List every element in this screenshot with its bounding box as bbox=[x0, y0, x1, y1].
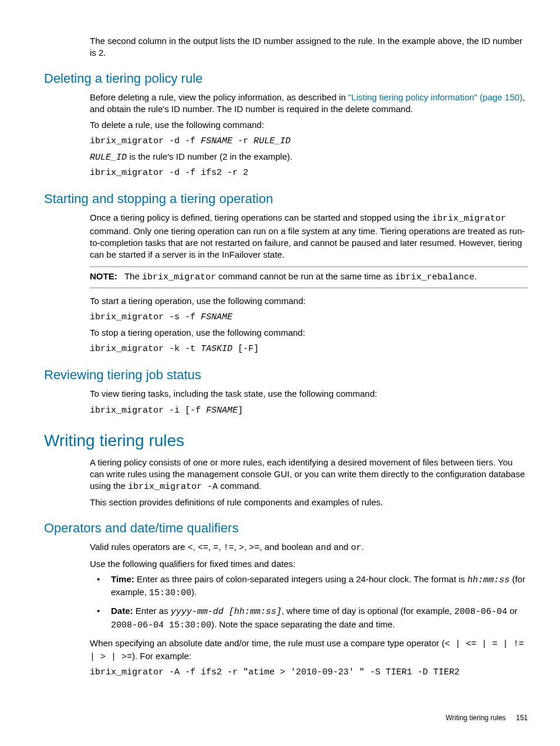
starting-p1: Once a tiering policy is defined, tierin… bbox=[90, 212, 528, 261]
text: When specifying an absolute date and/or … bbox=[90, 638, 445, 648]
text: , where time of day is optional (for exa… bbox=[282, 606, 454, 616]
heading-starting: Starting and stopping a tiering operatio… bbox=[44, 190, 528, 208]
deleting-p1: Before deleting a rule, view the policy … bbox=[90, 92, 528, 116]
code: -r bbox=[232, 136, 254, 146]
heading-writing: Writing tiering rules bbox=[44, 430, 528, 452]
code-arg: FSNAME bbox=[201, 312, 232, 322]
text: , and boolean bbox=[259, 542, 315, 552]
code: [-F] bbox=[232, 344, 259, 354]
starting-p2: To start a tiering operation, use the fo… bbox=[90, 295, 528, 307]
writing-p2: This section provides definitions of rul… bbox=[90, 497, 528, 508]
note-box: NOTE: The ibrix_migrator command cannot … bbox=[90, 266, 528, 288]
code: 15:30:00 bbox=[149, 588, 191, 598]
deleting-cmd1: ibrix_migrator -d -f FSNAME -r RULE_ID bbox=[90, 134, 528, 147]
label: Date: bbox=[111, 606, 133, 616]
code-arg: yyyy-mm-dd [hh:mm:ss] bbox=[171, 607, 282, 617]
code: and bbox=[315, 543, 331, 553]
text: Once a tiering policy is defined, tierin… bbox=[90, 212, 432, 222]
text: Enter as bbox=[133, 606, 171, 616]
starting-p3: To stop a tiering operation, use the fol… bbox=[90, 327, 528, 339]
code: > bbox=[239, 543, 244, 553]
operators-cmd1: ibrix_migrator -A -f ifs2 -r "atime > '2… bbox=[90, 667, 528, 679]
code: ibrix_migrator bbox=[432, 214, 506, 224]
intro-paragraph: The second column in the output lists th… bbox=[90, 35, 528, 59]
text: Before deleting a rule, view the policy … bbox=[90, 92, 348, 102]
code: ibrix_migrator -A bbox=[128, 482, 218, 492]
writing-p1: A tiering policy consists of one or more… bbox=[90, 457, 528, 494]
footer-page-number: 151 bbox=[516, 714, 528, 722]
code: 2008-06-04 bbox=[454, 607, 507, 617]
starting-cmd1: ibrix_migrator -s -f FSNAME bbox=[90, 310, 528, 323]
code: ] bbox=[238, 406, 243, 416]
heading-deleting: Deleting a tiering policy rule bbox=[44, 70, 528, 87]
text: ). For example: bbox=[132, 651, 191, 661]
deleting-p3: RULE_ID is the rule's ID number (2 in th… bbox=[90, 151, 528, 164]
footer-title: Writing tiering rules bbox=[446, 714, 505, 722]
list-item-time: Time: Enter as three pairs of colon-sepa… bbox=[90, 573, 528, 600]
text: , bbox=[208, 542, 213, 552]
qualifier-list: Time: Enter as three pairs of colon-sepa… bbox=[90, 573, 528, 632]
page-footer: Writing tiering rules 151 bbox=[446, 713, 528, 723]
text: , bbox=[234, 542, 239, 552]
code: ibrix_migrator -i [-f bbox=[90, 406, 206, 416]
code: != bbox=[224, 543, 234, 553]
text: command. Only one tiering operation can … bbox=[90, 226, 525, 260]
text: , bbox=[218, 542, 223, 552]
heading-operators: Operators and date/time qualifiers bbox=[44, 519, 528, 537]
code-arg: TASKID bbox=[201, 344, 232, 354]
starting-cmd2: ibrix_migrator -k -t TASKID [-F] bbox=[90, 342, 528, 355]
code-arg: RULE_ID bbox=[254, 136, 291, 146]
code: ibrix_migrator -d -f bbox=[90, 136, 201, 146]
label: Time: bbox=[111, 574, 134, 584]
text: , bbox=[193, 542, 198, 552]
reviewing-p1: To view tiering tasks, including the tas… bbox=[90, 388, 528, 400]
text: . bbox=[362, 542, 364, 552]
link-listing-tiering[interactable]: "Listing tiering policy information" (pa… bbox=[348, 92, 522, 102]
operators-p3: When specifying an absolute date and/or … bbox=[90, 637, 528, 664]
text: Enter as three pairs of colon-separated … bbox=[134, 574, 468, 584]
text: The bbox=[124, 271, 142, 281]
code: < bbox=[187, 543, 193, 553]
code: ibrix_migrator -k -t bbox=[90, 344, 201, 354]
code: or bbox=[351, 543, 362, 553]
text: and bbox=[331, 542, 350, 552]
code: = bbox=[213, 543, 218, 553]
operators-p1: Valid rules operators are <, <=, =, !=, … bbox=[90, 541, 528, 554]
text: command cannot be run at the same time a… bbox=[216, 271, 395, 281]
code-arg: hh:mm:ss bbox=[467, 575, 510, 585]
text: or bbox=[507, 606, 518, 616]
text: ). Note the space separating the date an… bbox=[211, 619, 395, 629]
text: is the rule's ID number (2 in the exampl… bbox=[127, 151, 292, 161]
text: ). bbox=[191, 587, 197, 597]
code: ibrix_rebalance bbox=[395, 272, 474, 282]
list-item-date: Date: Enter as yyyy-mm-dd [hh:mm:ss], wh… bbox=[90, 605, 528, 632]
code-arg: FSNAME bbox=[206, 406, 238, 416]
deleting-cmd2: ibrix_migrator -d -f ifs2 -r 2 bbox=[90, 167, 528, 179]
code: ibrix_migrator -s -f bbox=[90, 312, 201, 322]
code: <= bbox=[198, 543, 208, 553]
code: 2008-06-04 15:30:00 bbox=[111, 620, 211, 630]
code-arg: FSNAME bbox=[201, 136, 232, 146]
heading-reviewing: Reviewing tiering job status bbox=[44, 366, 528, 384]
code: >= bbox=[249, 543, 259, 553]
text: Valid rules operators are bbox=[90, 542, 187, 552]
code: ibrix_migrator bbox=[142, 272, 216, 282]
note-label: NOTE: bbox=[90, 271, 117, 281]
text: command. bbox=[218, 481, 261, 491]
reviewing-cmd1: ibrix_migrator -i [-f FSNAME] bbox=[90, 404, 528, 417]
operators-p2: Use the following qualifiers for fixed t… bbox=[90, 558, 528, 570]
text: . bbox=[474, 271, 477, 281]
deleting-p2: To delete a rule, use the following comm… bbox=[90, 119, 528, 131]
code-arg: RULE_ID bbox=[90, 153, 127, 163]
